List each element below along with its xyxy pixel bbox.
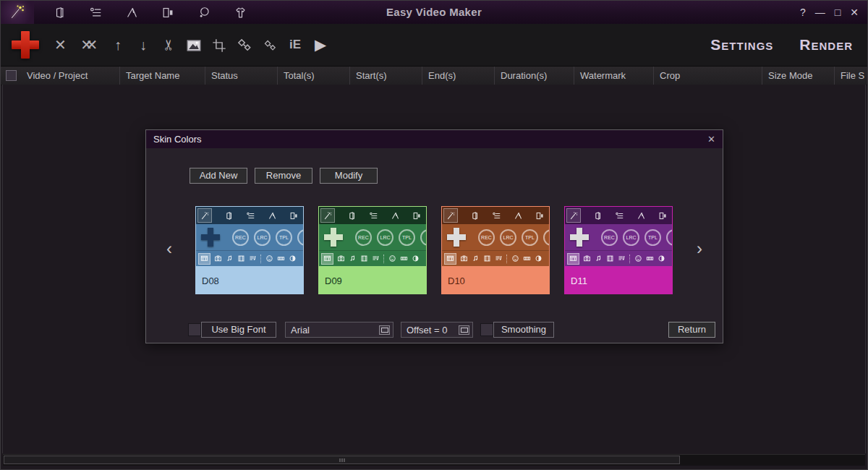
remove-all-icon[interactable]: ✕✕ — [73, 36, 106, 54]
scrollbar-grip — [339, 458, 344, 462]
mini-monitor-tab-icon — [567, 253, 579, 265]
mini-split-icon — [289, 211, 299, 221]
column-header-status[interactable]: Status — [205, 67, 278, 85]
column-header-start[interactable]: Start(s) — [350, 67, 422, 85]
offset-select[interactable]: Offset = 0 — [401, 322, 473, 338]
mini-divider — [506, 255, 508, 263]
crop-icon[interactable] — [207, 36, 232, 54]
mini-film-icon — [237, 255, 245, 262]
mini-door-icon — [347, 211, 357, 221]
mini-tpl-button: TPL — [276, 229, 292, 246]
font-dropdown-icon[interactable] — [379, 325, 390, 335]
modify-button[interactable]: Modify — [320, 168, 378, 184]
mini-tpl-button: TPL — [522, 229, 538, 246]
column-header-video-project[interactable]: Video / Project — [21, 67, 120, 85]
skin-option-d08[interactable]: REC LRC TPL D08 — [195, 206, 304, 294]
skin-option-d09[interactable]: REC LRC TPL D09 — [318, 206, 427, 294]
close-button[interactable]: ✕ — [850, 1, 859, 24]
mini-menu-button — [543, 229, 550, 246]
skin-label: D11 — [565, 266, 672, 286]
mini-monitor-tab-icon — [198, 253, 210, 265]
pointer-tool-icon[interactable] — [114, 1, 150, 24]
mini-toolbar: REC LRC TPL — [319, 224, 426, 250]
unlink-icon[interactable] — [258, 37, 283, 54]
column-header-crop[interactable]: Crop — [654, 67, 762, 85]
column-header-target-name[interactable]: Target Name — [120, 67, 205, 85]
mini-titlebar — [196, 207, 303, 224]
move-down-icon[interactable]: ↓ — [131, 37, 156, 54]
add-video-plus-button[interactable] — [12, 31, 39, 59]
mini-list-icon — [492, 211, 501, 221]
play-preview-icon[interactable]: ▶ — [308, 36, 333, 54]
column-header-duration[interactable]: Duration(s) — [495, 67, 574, 85]
titlebar: Easy Video Maker ? — □ ✕ — [1, 1, 867, 24]
search-icon[interactable] — [186, 1, 222, 24]
mini-camera-icon — [583, 255, 591, 262]
font-select-value: Arial — [291, 325, 310, 336]
use-big-font-checkbox[interactable] — [188, 323, 201, 336]
return-button[interactable]: Return — [668, 322, 715, 338]
mini-pointer-icon — [637, 211, 646, 221]
previous-skins-arrow[interactable]: ‹ — [166, 240, 172, 257]
mini-filmstrip-icon — [523, 255, 531, 262]
remove-button[interactable]: Remove — [255, 168, 312, 184]
column-header-size-mode[interactable]: Size Mode — [762, 67, 835, 85]
move-up-icon[interactable]: ↑ — [106, 37, 131, 54]
mini-pointer-icon — [514, 211, 523, 221]
mini-list-icon — [615, 211, 624, 221]
info-icon[interactable]: iE — [283, 38, 308, 52]
window-controls: ? — □ ✕ — [800, 1, 867, 24]
maximize-button[interactable]: □ — [835, 1, 841, 24]
mini-smiley-icon — [634, 255, 642, 262]
dialog-titlebar[interactable]: Skin Colors ✕ — [146, 130, 723, 148]
image-icon[interactable] — [182, 36, 207, 54]
mini-filmstrip-icon — [646, 255, 654, 262]
mini-monitor-tab-icon — [444, 253, 456, 265]
remove-item-icon[interactable]: ✕ — [48, 36, 73, 54]
font-select[interactable]: Arial — [285, 322, 393, 338]
app-logo-magic-wand-icon[interactable] — [1, 1, 34, 24]
mini-door-icon — [224, 211, 234, 221]
skin-option-d11[interactable]: REC LRC TPL D11 — [564, 206, 673, 294]
scrollbar-thumb[interactable] — [4, 456, 680, 464]
mini-body: D10 — [442, 266, 549, 294]
mini-toolbar: REC LRC TPL — [196, 224, 303, 250]
column-header-watermark[interactable]: Watermark — [574, 67, 654, 85]
mini-smiley-icon — [388, 255, 396, 262]
help-button[interactable]: ? — [800, 1, 806, 24]
column-header-total[interactable]: Total(s) — [278, 67, 350, 85]
next-skins-arrow[interactable]: › — [697, 240, 702, 257]
minimize-button[interactable]: — — [815, 1, 825, 24]
settings-button[interactable]: Settings — [710, 36, 773, 54]
add-new-button[interactable]: Add New — [190, 168, 247, 184]
mini-tpl-button: TPL — [399, 229, 415, 246]
horizontal-scrollbar[interactable] — [3, 454, 865, 466]
project-list-icon[interactable] — [77, 1, 114, 24]
mini-lrc-button: LRC — [377, 229, 393, 246]
offset-dropdown-icon[interactable] — [459, 325, 469, 335]
smoothing-label[interactable]: Smoothing — [493, 322, 554, 338]
link-icon[interactable] — [232, 36, 258, 54]
split-view-icon[interactable] — [150, 1, 186, 24]
mini-lrc-button: LRC — [254, 229, 271, 246]
column-header-file-size[interactable]: File S — [835, 67, 867, 85]
mini-filmstrip-icon — [400, 255, 408, 262]
cut-scissors-icon[interactable]: ✂ — [156, 36, 182, 54]
mini-titlebar — [319, 207, 426, 224]
column-header-end[interactable]: End(s) — [422, 67, 495, 85]
mini-wand-icon — [197, 208, 212, 223]
open-project-icon[interactable] — [41, 1, 77, 24]
mini-monitor-tab-icon — [321, 253, 333, 265]
smoothing-checkbox[interactable] — [480, 323, 493, 336]
mini-titlebar — [442, 207, 549, 224]
dialog-close-icon[interactable]: ✕ — [707, 134, 715, 145]
mini-music-note-icon — [472, 255, 480, 262]
render-button[interactable]: Render — [799, 36, 853, 54]
mini-rec-button: REC — [601, 229, 618, 246]
mini-pointer-icon — [268, 211, 277, 221]
mini-divider — [260, 255, 262, 263]
use-big-font-label[interactable]: Use Big Font — [201, 322, 276, 338]
skin-option-d10[interactable]: REC LRC TPL D10 — [441, 206, 550, 294]
select-all-checkbox[interactable] — [6, 70, 17, 81]
skin-shirt-icon[interactable] — [222, 1, 258, 24]
